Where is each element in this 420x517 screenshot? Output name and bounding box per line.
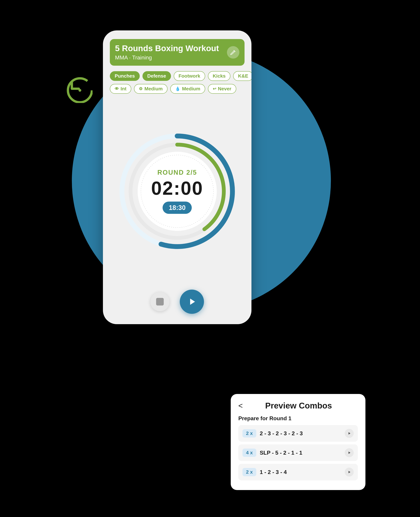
combo-row-1: 2 x 2 - 3 - 2 - 3 - 2 - 3 [238, 425, 358, 442]
combo-multiplier-1: 2 x [242, 429, 256, 438]
tag-intensity[interactable]: 💧 Medium [170, 84, 205, 94]
phone-frame: 5 Rounds Boxing Workout MMA · Training P… [103, 30, 251, 324]
combo-multiplier-2: 4 x [242, 449, 256, 457]
eye-icon: 👁 [115, 86, 119, 91]
combo-row-3: 2 x 1 - 2 - 3 - 4 [238, 464, 358, 480]
combo-sequence-1: 2 - 3 - 2 - 3 - 2 - 3 [260, 430, 341, 437]
tag-difficulty[interactable]: ⚙ Medium [134, 84, 167, 94]
workout-title: 5 Rounds Boxing Workout [115, 44, 219, 53]
timer-area: ROUND 2/5 02:00 18:30 [110, 100, 245, 283]
timer-reset-icon [65, 75, 93, 103]
stop-button[interactable] [150, 292, 169, 311]
workout-subtitle: MMA · Training [115, 54, 219, 61]
combo-sequence-2: SLP - 5 - 2 - 1 - 1 [260, 450, 341, 456]
tags-row-1: Punches Defense Footwork Kicks K&E [110, 71, 245, 81]
timer-circle: ROUND 2/5 02:00 18:30 [117, 131, 238, 252]
water-icon: 💧 [175, 86, 180, 91]
combo-play-button-2[interactable] [345, 448, 354, 457]
timer-inner: ROUND 2/5 02:00 18:30 [151, 169, 203, 214]
tags-container: Punches Defense Footwork Kicks K&E 👁 [110, 71, 245, 94]
edit-button[interactable] [227, 46, 239, 59]
combo-row-2: 4 x SLP - 5 - 2 - 1 - 1 [238, 444, 358, 461]
preview-title: Preview Combos [246, 401, 351, 411]
prepare-label: Prepare for Round 1 [238, 415, 358, 422]
tag-int[interactable]: 👁 Int [110, 84, 131, 94]
svg-point-1 [79, 89, 81, 92]
combo-sequence-3: 1 - 2 - 3 - 4 [260, 469, 341, 475]
tags-row-2: 👁 Int ⚙ Medium 💧 Medium ↩ Never [110, 84, 245, 94]
tag-punches[interactable]: Punches [110, 71, 140, 81]
round-label: ROUND 2/5 [151, 169, 203, 176]
play-button[interactable] [180, 290, 204, 314]
preview-header: < Preview Combos [238, 401, 358, 411]
combo-play-button-3[interactable] [345, 468, 354, 477]
preview-combos-card: < Preview Combos Prepare for Round 1 2 x… [231, 394, 365, 490]
combo-play-button-1[interactable] [345, 429, 354, 438]
stop-icon [156, 298, 164, 305]
tag-defense[interactable]: Defense [142, 71, 171, 81]
timer-display: 02:00 [151, 177, 203, 198]
combo-multiplier-3: 2 x [242, 468, 256, 476]
tag-repeat[interactable]: ↩ Never [208, 84, 236, 94]
controls [110, 290, 245, 317]
total-time-badge: 18:30 [163, 201, 192, 214]
back-button[interactable]: < [238, 401, 243, 410]
tag-kicks[interactable]: Kicks [208, 71, 231, 81]
tag-ke[interactable]: K&E [233, 71, 251, 81]
workout-header: 5 Rounds Boxing Workout MMA · Training [110, 39, 245, 66]
gear-icon: ⚙ [139, 86, 143, 91]
tag-footwork[interactable]: Footwork [174, 71, 205, 81]
repeat-icon: ↩ [213, 86, 216, 91]
